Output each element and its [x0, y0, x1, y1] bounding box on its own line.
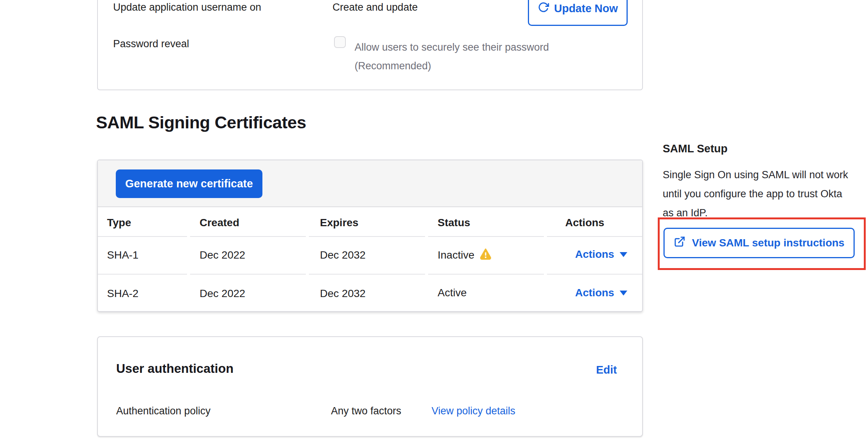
cert-type-cell: SHA-1: [107, 249, 138, 261]
column-header-created: Created: [200, 217, 239, 229]
cert-status-cell: Inactive: [438, 248, 492, 262]
column-header-status: Status: [438, 217, 470, 229]
cert-created-cell: Dec 2022: [200, 288, 245, 300]
edit-link[interactable]: Edit: [596, 364, 617, 376]
cert-actions-menu-button[interactable]: Actions: [575, 248, 627, 260]
cert-expires-cell: Dec 2032: [320, 288, 366, 300]
column-header-actions: Actions: [565, 217, 604, 229]
update-now-label: Update Now: [554, 2, 618, 15]
password-reveal-option-label: Allow users to securely see their passwo…: [355, 38, 621, 75]
cert-type-cell: SHA-2: [107, 288, 138, 300]
warning-icon: [480, 248, 492, 262]
cert-expires-cell: Dec 2032: [320, 249, 366, 261]
saml-setup-heading: SAML Setup: [663, 142, 727, 155]
column-header-type: Type: [107, 217, 131, 229]
chevron-down-icon: [620, 291, 627, 296]
table-row-divider: [98, 274, 642, 275]
user-authentication-card: User authentication Edit Authentication …: [97, 336, 643, 437]
cert-created-cell: Dec 2022: [200, 249, 245, 261]
update-username-label: Update application username on: [113, 2, 261, 13]
table-header-divider: [98, 236, 642, 237]
user-authentication-heading: User authentication: [116, 361, 233, 376]
authentication-policy-value: Any two factors: [331, 405, 401, 417]
certificates-table-card: Generate new certificate Type Created Ex…: [97, 160, 643, 312]
chevron-down-icon: [620, 252, 627, 257]
view-saml-setup-instructions-label: View SAML setup instructions: [692, 237, 844, 249]
authentication-policy-label: Authentication policy: [116, 405, 211, 417]
view-saml-setup-instructions-button[interactable]: View SAML setup instructions: [663, 228, 855, 258]
saml-setup-description: Single Sign On using SAML will not work …: [663, 165, 849, 222]
status-text: Active: [438, 287, 467, 299]
status-text: Inactive: [438, 249, 475, 261]
external-link-icon: [674, 236, 686, 250]
update-now-button[interactable]: Update Now: [528, 0, 628, 26]
view-policy-details-link[interactable]: View policy details: [432, 405, 515, 417]
saml-signing-certificates-heading: SAML Signing Certificates: [96, 113, 306, 133]
password-reveal-checkbox[interactable]: [334, 36, 346, 48]
okta-app-settings-page: Update application username on Create an…: [0, 0, 868, 441]
cert-actions-menu-button[interactable]: Actions: [575, 287, 627, 299]
generate-new-certificate-button[interactable]: Generate new certificate: [116, 169, 262, 198]
password-reveal-label: Password reveal: [113, 38, 189, 50]
actions-label: Actions: [575, 287, 614, 299]
cert-status-cell: Active: [438, 287, 467, 299]
actions-label: Actions: [575, 248, 614, 260]
update-username-value: Create and update: [332, 2, 418, 13]
app-settings-card: Update application username on Create an…: [97, 0, 643, 90]
column-header-expires: Expires: [320, 217, 358, 229]
refresh-icon: [538, 2, 549, 16]
